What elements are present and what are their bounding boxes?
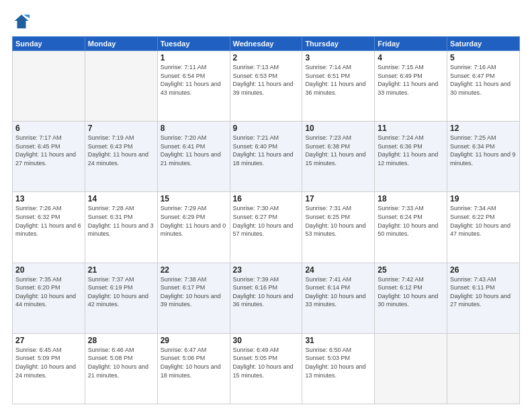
calendar-cell (85, 51, 157, 122)
day-info: Sunrise: 7:43 AMSunset: 6:11 PMDaylight:… (450, 275, 517, 309)
calendar-cell: 17Sunrise: 7:31 AMSunset: 6:25 PMDayligh… (302, 192, 375, 263)
day-info: Sunrise: 7:24 AMSunset: 6:36 PMDaylight:… (378, 134, 444, 167)
day-number: 12 (450, 124, 517, 133)
day-number: 11 (378, 124, 444, 133)
day-info: Sunrise: 6:49 AMSunset: 5:05 PMDaylight:… (233, 346, 300, 379)
day-number: 13 (15, 194, 82, 203)
page: SundayMondayTuesdayWednesdayThursdayFrid… (0, 0, 532, 411)
calendar-cell: 3Sunrise: 7:14 AMSunset: 6:51 PMDaylight… (302, 51, 375, 122)
calendar-cell: 25Sunrise: 7:42 AMSunset: 6:12 PMDayligh… (375, 263, 447, 333)
day-info: Sunrise: 7:41 AMSunset: 6:14 PMDaylight:… (305, 275, 371, 309)
day-number: 6 (15, 124, 82, 133)
day-info: Sunrise: 7:38 AMSunset: 6:17 PMDaylight:… (161, 275, 227, 309)
calendar-cell: 2Sunrise: 7:13 AMSunset: 6:53 PMDaylight… (230, 51, 302, 122)
calendar-cell: 6Sunrise: 7:17 AMSunset: 6:45 PMDaylight… (13, 122, 85, 192)
day-info: Sunrise: 7:39 AMSunset: 6:16 PMDaylight:… (233, 275, 300, 309)
day-number: 7 (88, 124, 154, 133)
day-number: 29 (161, 336, 227, 345)
day-number: 3 (305, 53, 371, 62)
calendar-week-5: 27Sunrise: 6:45 AMSunset: 5:09 PMDayligh… (13, 333, 520, 404)
logo (12, 12, 34, 31)
day-number: 5 (450, 53, 517, 62)
day-info: Sunrise: 7:20 AMSunset: 6:41 PMDaylight:… (161, 134, 227, 167)
day-header-friday: Friday (375, 37, 447, 51)
day-info: Sunrise: 6:46 AMSunset: 5:08 PMDaylight:… (88, 346, 154, 379)
calendar-cell: 13Sunrise: 7:26 AMSunset: 6:32 PMDayligh… (13, 192, 85, 263)
day-number: 20 (15, 265, 82, 275)
calendar-cell: 21Sunrise: 7:37 AMSunset: 6:19 PMDayligh… (85, 263, 157, 333)
calendar-cell: 1Sunrise: 7:11 AMSunset: 6:54 PMDaylight… (157, 51, 230, 122)
day-header-monday: Monday (85, 37, 157, 51)
day-number: 25 (378, 265, 444, 275)
day-number: 19 (450, 194, 517, 203)
day-header-wednesday: Wednesday (230, 37, 302, 51)
calendar-cell: 4Sunrise: 7:15 AMSunset: 6:49 PMDaylight… (375, 51, 447, 122)
day-number: 8 (161, 124, 227, 133)
calendar-week-4: 20Sunrise: 7:35 AMSunset: 6:20 PMDayligh… (13, 263, 520, 333)
day-info: Sunrise: 7:29 AMSunset: 6:29 PMDaylight:… (161, 204, 227, 238)
day-info: Sunrise: 6:50 AMSunset: 5:03 PMDaylight:… (305, 346, 371, 379)
calendar-cell: 22Sunrise: 7:38 AMSunset: 6:17 PMDayligh… (157, 263, 230, 333)
calendar-week-3: 13Sunrise: 7:26 AMSunset: 6:32 PMDayligh… (13, 192, 520, 263)
logo-icon (12, 12, 31, 31)
calendar-cell: 8Sunrise: 7:20 AMSunset: 6:41 PMDaylight… (157, 122, 230, 192)
day-number: 30 (233, 336, 300, 345)
day-header-saturday: Saturday (447, 37, 520, 51)
calendar-cell: 26Sunrise: 7:43 AMSunset: 6:11 PMDayligh… (447, 263, 520, 333)
day-number: 9 (233, 124, 300, 133)
day-number: 10 (305, 124, 371, 133)
day-info: Sunrise: 7:19 AMSunset: 6:43 PMDaylight:… (88, 134, 154, 167)
day-info: Sunrise: 7:16 AMSunset: 6:47 PMDaylight:… (450, 63, 517, 97)
calendar-cell: 11Sunrise: 7:24 AMSunset: 6:36 PMDayligh… (375, 122, 447, 192)
calendar-cell: 5Sunrise: 7:16 AMSunset: 6:47 PMDaylight… (447, 51, 520, 122)
calendar-cell: 12Sunrise: 7:25 AMSunset: 6:34 PMDayligh… (447, 122, 520, 192)
day-number: 27 (15, 336, 82, 345)
day-number: 2 (233, 53, 300, 62)
day-info: Sunrise: 6:45 AMSunset: 5:09 PMDaylight:… (15, 346, 82, 379)
day-number: 14 (88, 194, 154, 203)
day-info: Sunrise: 7:25 AMSunset: 6:34 PMDaylight:… (450, 134, 517, 167)
calendar-cell: 27Sunrise: 6:45 AMSunset: 5:09 PMDayligh… (13, 333, 85, 404)
day-header-sunday: Sunday (13, 37, 85, 51)
calendar-week-2: 6Sunrise: 7:17 AMSunset: 6:45 PMDaylight… (13, 122, 520, 192)
calendar-cell: 9Sunrise: 7:21 AMSunset: 6:40 PMDaylight… (230, 122, 302, 192)
calendar-cell: 15Sunrise: 7:29 AMSunset: 6:29 PMDayligh… (157, 192, 230, 263)
day-number: 1 (161, 53, 227, 62)
day-info: Sunrise: 7:26 AMSunset: 6:32 PMDaylight:… (15, 204, 82, 238)
calendar-cell: 7Sunrise: 7:19 AMSunset: 6:43 PMDaylight… (85, 122, 157, 192)
day-info: Sunrise: 6:47 AMSunset: 5:06 PMDaylight:… (161, 346, 227, 379)
day-info: Sunrise: 7:31 AMSunset: 6:25 PMDaylight:… (305, 204, 371, 238)
calendar-cell: 10Sunrise: 7:23 AMSunset: 6:38 PMDayligh… (302, 122, 375, 192)
day-info: Sunrise: 7:17 AMSunset: 6:45 PMDaylight:… (15, 134, 82, 167)
calendar-cell (447, 333, 520, 404)
day-info: Sunrise: 7:11 AMSunset: 6:54 PMDaylight:… (161, 63, 227, 97)
calendar-cell (13, 51, 85, 122)
calendar-cell: 31Sunrise: 6:50 AMSunset: 5:03 PMDayligh… (302, 333, 375, 404)
day-header-thursday: Thursday (302, 37, 375, 51)
day-number: 26 (450, 265, 517, 275)
header (12, 12, 520, 31)
day-number: 15 (161, 194, 227, 203)
day-info: Sunrise: 7:21 AMSunset: 6:40 PMDaylight:… (233, 134, 300, 167)
day-info: Sunrise: 7:23 AMSunset: 6:38 PMDaylight:… (305, 134, 371, 167)
svg-marker-0 (15, 15, 29, 29)
day-number: 16 (233, 194, 300, 203)
day-number: 4 (378, 53, 444, 62)
calendar-header-row: SundayMondayTuesdayWednesdayThursdayFrid… (13, 37, 520, 51)
calendar-week-1: 1Sunrise: 7:11 AMSunset: 6:54 PMDaylight… (13, 51, 520, 122)
day-info: Sunrise: 7:13 AMSunset: 6:53 PMDaylight:… (233, 63, 300, 97)
day-number: 24 (305, 265, 371, 275)
day-header-tuesday: Tuesday (157, 37, 230, 51)
calendar-cell: 29Sunrise: 6:47 AMSunset: 5:06 PMDayligh… (157, 333, 230, 404)
day-number: 21 (88, 265, 154, 275)
day-info: Sunrise: 7:33 AMSunset: 6:24 PMDaylight:… (378, 204, 444, 238)
calendar-cell: 19Sunrise: 7:34 AMSunset: 6:22 PMDayligh… (447, 192, 520, 263)
day-info: Sunrise: 7:28 AMSunset: 6:31 PMDaylight:… (88, 204, 154, 238)
calendar-cell (375, 333, 447, 404)
day-number: 31 (305, 336, 371, 345)
day-info: Sunrise: 7:14 AMSunset: 6:51 PMDaylight:… (305, 63, 371, 97)
day-number: 23 (233, 265, 300, 275)
calendar-table: SundayMondayTuesdayWednesdayThursdayFrid… (12, 36, 520, 404)
day-info: Sunrise: 7:15 AMSunset: 6:49 PMDaylight:… (378, 63, 444, 97)
calendar-cell: 18Sunrise: 7:33 AMSunset: 6:24 PMDayligh… (375, 192, 447, 263)
